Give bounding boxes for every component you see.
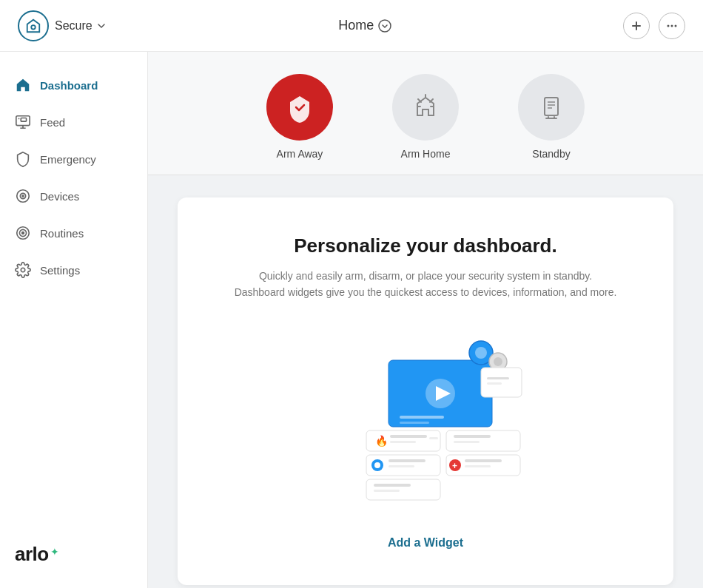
svg-point-14	[21, 268, 25, 272]
sidebar-settings-label: Settings	[40, 264, 80, 277]
main-layout: Dashboard Feed Emergency	[0, 52, 703, 588]
svg-rect-23	[400, 422, 429, 424]
svg-point-1	[379, 20, 391, 32]
brand-label[interactable]: Secure	[55, 19, 107, 33]
svg-rect-37	[454, 435, 491, 438]
sidebar-dashboard-label: Dashboard	[40, 79, 98, 92]
arm-home-label: Arm Home	[401, 148, 451, 160]
svg-rect-43	[388, 465, 414, 467]
monitor-icon	[15, 114, 31, 130]
svg-text:🔥: 🔥	[375, 435, 388, 447]
sidebar-item-routines[interactable]: Routines	[0, 214, 147, 251]
arlo-leaf-icon: ✦	[50, 546, 59, 558]
location-chevron-icon	[378, 19, 391, 33]
brand-name: Secure	[55, 19, 92, 33]
svg-rect-48	[465, 465, 491, 467]
svg-rect-50	[374, 484, 411, 487]
svg-point-10	[22, 195, 24, 197]
shield-icon	[15, 151, 31, 167]
arm-home-circle	[392, 74, 459, 141]
ellipsis-icon	[666, 20, 678, 32]
location-label: Home	[338, 18, 374, 33]
card-description: Quickly and easily arm, disarm, or place…	[233, 268, 618, 301]
standby-icon	[534, 90, 568, 124]
svg-point-0	[31, 25, 36, 30]
top-header: Secure Home	[0, 0, 703, 52]
svg-point-27	[494, 357, 502, 366]
brand-logo[interactable]	[18, 10, 49, 41]
svg-point-3	[671, 24, 673, 27]
arlo-logo-area: arlo ✦	[0, 528, 147, 573]
sidebar-item-dashboard[interactable]: Dashboard	[0, 67, 147, 104]
arlo-logo: arlo ✦	[15, 543, 59, 566]
location-selector[interactable]: Home	[338, 18, 391, 33]
standby-button[interactable]: Standby	[518, 74, 585, 160]
svg-rect-22	[400, 416, 444, 419]
devices-icon	[15, 188, 31, 204]
brand-chevron-icon	[95, 20, 107, 32]
settings-icon	[15, 262, 31, 278]
svg-point-13	[22, 232, 24, 234]
svg-rect-28	[481, 368, 522, 397]
header-actions	[623, 13, 685, 39]
routines-icon	[15, 225, 31, 241]
standby-circle	[518, 74, 585, 141]
arm-buttons-area: Arm Away Arm Home	[148, 52, 703, 175]
sidebar-nav: Dashboard Feed Emergency	[0, 67, 147, 528]
sidebar: Dashboard Feed Emergency	[0, 52, 148, 588]
svg-rect-30	[487, 382, 502, 385]
card-title: Personalize your dashboard.	[294, 234, 556, 257]
svg-point-41	[374, 462, 380, 468]
standby-label: Standby	[532, 148, 570, 160]
arm-home-icon	[408, 90, 443, 124]
svg-rect-29	[487, 377, 509, 379]
svg-text:+: +	[452, 461, 457, 471]
main-content: Arm Away Arm Home	[148, 52, 703, 588]
dashboard-card: Personalize your dashboard. Quickly and …	[178, 197, 673, 585]
arm-away-label: Arm Away	[277, 148, 323, 160]
add-button[interactable]	[623, 13, 650, 39]
svg-rect-34	[390, 441, 416, 443]
svg-point-2	[667, 24, 670, 27]
sidebar-devices-label: Devices	[40, 190, 79, 203]
svg-rect-7	[21, 118, 26, 122]
sidebar-routines-label: Routines	[40, 227, 84, 240]
arm-home-button[interactable]: Arm Home	[392, 74, 459, 160]
arlo-logo-text: arlo	[15, 543, 49, 566]
sidebar-item-feed[interactable]: Feed	[0, 104, 147, 141]
svg-rect-35	[429, 437, 438, 439]
header-left: Secure	[18, 10, 107, 41]
sidebar-item-devices[interactable]: Devices	[0, 178, 147, 214]
arm-away-button[interactable]: Arm Away	[266, 74, 333, 160]
svg-rect-38	[454, 441, 480, 443]
sidebar-item-emergency[interactable]: Emergency	[0, 141, 147, 178]
plus-icon	[630, 20, 642, 32]
sidebar-emergency-label: Emergency	[40, 153, 96, 166]
sidebar-feed-label: Feed	[40, 116, 65, 129]
svg-rect-51	[374, 490, 400, 492]
arm-away-circle	[266, 74, 333, 141]
sidebar-item-settings[interactable]: Settings	[0, 251, 147, 288]
svg-point-4	[675, 24, 677, 27]
svg-rect-15	[545, 98, 558, 115]
arm-away-icon	[283, 90, 317, 124]
add-widget-button[interactable]: Add a Widget	[376, 530, 475, 555]
svg-rect-42	[388, 459, 426, 462]
svg-point-25	[475, 347, 487, 359]
widget-illustration: 🔥	[322, 323, 529, 508]
home-icon	[15, 77, 31, 93]
svg-rect-33	[390, 435, 427, 438]
svg-rect-47	[465, 459, 502, 462]
more-button[interactable]	[659, 13, 685, 39]
